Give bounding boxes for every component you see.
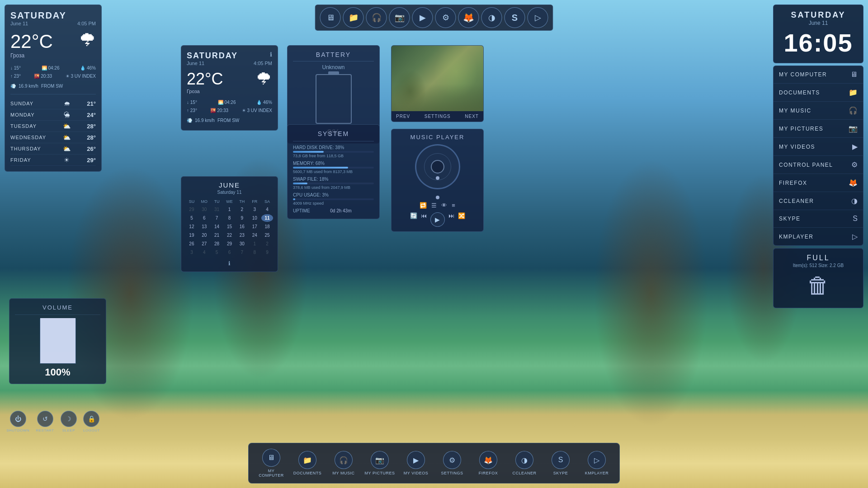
music-next-btn[interactable]: ⏭ <box>448 212 454 227</box>
photo-settings-btn[interactable]: SETTINGS <box>425 114 451 119</box>
music-play-btn[interactable]: ▶ <box>430 212 445 227</box>
music-prev-btn[interactable]: ⏮ <box>421 212 427 227</box>
music-eq-icon[interactable]: ≡ <box>452 202 455 209</box>
calendar-day-cell[interactable]: 4 <box>261 206 273 213</box>
sidebar-item-my-music[interactable]: MY MUSIC 🎧 <box>774 102 863 120</box>
calendar-day-cell[interactable]: 5 <box>211 249 223 256</box>
sidebar-item-skype[interactable]: SKYPE S <box>774 210 863 228</box>
calendar-day-cell[interactable]: 3 <box>249 206 260 213</box>
calendar-day-cell[interactable]: 30 <box>236 240 248 248</box>
calendar-day-cell[interactable]: 14 <box>211 223 223 230</box>
calendar-day-cell[interactable]: 23 <box>236 231 248 239</box>
cw-info-icon[interactable]: ℹ <box>270 51 272 58</box>
calendar-day-cell[interactable]: 5 <box>186 214 198 222</box>
toolbar-videos-btn[interactable]: ▶ <box>412 7 433 28</box>
taskbar-item-ccleaner[interactable]: ◑ CCLEANER <box>509 451 540 475</box>
calendar-day-cell[interactable]: 2 <box>236 206 248 213</box>
calendar-day-cell[interactable]: 15 <box>224 223 236 230</box>
music-shuffle-icon[interactable]: 🔁 <box>420 202 427 209</box>
sleep-button[interactable]: ☽ SLEEP <box>61 411 77 432</box>
memory-bar <box>293 167 348 169</box>
toolbar-settings-btn[interactable]: ⚙ <box>435 7 456 28</box>
calendar-day-cell[interactable]: 8 <box>224 214 236 222</box>
toolbar-music-btn[interactable]: 🎧 <box>366 7 387 28</box>
calendar-day-cell[interactable]: 18 <box>261 223 273 230</box>
sidebar-item-kmplayer[interactable]: KMPLAYER ▷ <box>774 228 863 245</box>
toolbar-skype-btn[interactable]: S <box>505 7 525 28</box>
toolbar-firefox-btn[interactable]: 🦊 <box>458 7 479 28</box>
taskbar-item-music[interactable]: 🎧 MY MUSIC <box>328 451 359 475</box>
restart-button[interactable]: ↺ RESTART <box>36 411 54 432</box>
taskbar-item-videos[interactable]: ▶ MY VIDEOS <box>400 451 432 475</box>
calendar-day-cell[interactable]: 7 <box>236 249 248 256</box>
calendar-day-cell[interactable]: 22 <box>224 231 236 239</box>
taskbar-item-computer[interactable]: 🖥 MY COMPUTER <box>255 449 287 478</box>
taskbar-item-settings[interactable]: ⚙ SETTINGS <box>436 451 468 475</box>
calendar-day-cell[interactable]: 1 <box>249 240 260 248</box>
calendar-day-cell[interactable]: 25 <box>261 231 273 239</box>
toolbar-camera-btn[interactable]: 📷 <box>389 7 410 28</box>
toolbar-computer-btn[interactable]: 🖥 <box>320 7 341 28</box>
calendar-day-cell[interactable]: 9 <box>236 214 248 222</box>
calendar-day-cell[interactable]: 7 <box>211 214 223 222</box>
taskbar-item-skype[interactable]: S SKYPE <box>545 451 576 475</box>
calendar-day-cell[interactable]: 21 <box>211 231 223 239</box>
sidebar-item-my-videos[interactable]: MY VIDEOS ▶ <box>774 138 863 156</box>
taskbar-item-firefox[interactable]: 🦊 FIREFOX <box>472 451 504 475</box>
uptime-row: UPTIME 0d 2h 43m <box>293 208 374 213</box>
sidebar-item-control-panel[interactable]: CONTROL PANEL ⚙ <box>774 156 863 174</box>
calendar-day-cell[interactable]: 9 <box>261 249 273 256</box>
calendar-header-cell: FR <box>249 198 260 205</box>
sidebar-item-ccleaner[interactable]: CCLEANER ◑ <box>774 192 863 210</box>
calendar-day-cell[interactable]: 20 <box>198 231 210 239</box>
calendar-day-cell[interactable]: 19 <box>186 231 198 239</box>
music-repeat-icon[interactable]: 👁 <box>441 202 447 209</box>
sidebar-item-firefox[interactable]: FIREFOX 🦊 <box>774 174 863 192</box>
calendar-info-btn[interactable]: ℹ <box>228 260 231 267</box>
calendar-day-cell[interactable]: 31 <box>211 206 223 213</box>
calendar-day-cell[interactable]: 30 <box>198 206 210 213</box>
calendar-day-cell[interactable]: 1 <box>224 206 236 213</box>
calendar-day-cell[interactable]: 24 <box>249 231 260 239</box>
calendar-day-cell[interactable]: 26 <box>186 240 198 248</box>
calendar-day-cell[interactable]: 10 <box>249 214 260 222</box>
photo-prev-btn[interactable]: PREV <box>396 114 410 119</box>
bottom-taskbar: 🖥 MY COMPUTER 📁 DOCUMENTS 🎧 MY MUSIC 📷 M… <box>248 443 620 483</box>
calendar-day-cell[interactable]: 12 <box>186 223 198 230</box>
calendar-day-cell[interactable]: 11 <box>261 214 273 222</box>
calendar-day-cell[interactable]: 13 <box>198 223 210 230</box>
calendar-day-cell[interactable]: 4 <box>198 249 210 256</box>
cw-day: SATURDAY <box>187 51 238 61</box>
calendar-day-cell[interactable]: 29 <box>224 240 236 248</box>
volume-bar[interactable] <box>40 319 76 364</box>
forecast-item: FRIDAY ☀ 29° <box>10 155 96 166</box>
taskbar-item-documents[interactable]: 📁 DOCUMENTS <box>292 451 323 475</box>
taskbar-item-pictures[interactable]: 📷 MY PICTURES <box>364 451 396 475</box>
toolbar-kmplayer-btn[interactable]: ▷ <box>528 7 548 28</box>
calendar-day-cell[interactable]: 16 <box>236 223 248 230</box>
calendar-day-cell[interactable]: 29 <box>186 206 198 213</box>
calendar-day-cell[interactable]: 2 <box>261 240 273 248</box>
toolbar-documents-btn[interactable]: 📁 <box>343 7 364 28</box>
sidebar-item-my-pictures[interactable]: MY PICTURES 📷 <box>774 120 863 138</box>
sidebar-item-my-computer[interactable]: MY COMPUTER 🖥 <box>774 66 863 84</box>
calendar-day-cell[interactable]: 8 <box>249 249 260 256</box>
calendar-day-cell[interactable]: 28 <box>211 240 223 248</box>
sidebar-item-documents[interactable]: DOCUMENTS 📁 <box>774 84 863 102</box>
music-options-icon[interactable]: ☰ <box>431 202 437 209</box>
logout-button[interactable]: 🔒 LOGOUT <box>83 411 100 432</box>
calendar-day-cell[interactable]: 6 <box>224 249 236 256</box>
shutdown-button[interactable]: ⏻ SHUTDOWN <box>6 411 29 432</box>
calendar-day-cell[interactable]: 17 <box>249 223 260 230</box>
photo-next-btn[interactable]: NEXT <box>465 114 479 119</box>
recycle-bin-subtitle: Item(s): 512 Size: 2.2 GB <box>779 263 858 268</box>
calendar-day-cell[interactable]: 27 <box>198 240 210 248</box>
calendar-day-cell[interactable]: 6 <box>198 214 210 222</box>
toolbar-ccleaner-btn[interactable]: ◑ <box>481 7 502 28</box>
taskbar-item-kmplayer[interactable]: ▷ KMPLAYER <box>581 451 613 475</box>
recycle-bin-icon[interactable]: 🗑 <box>779 272 858 299</box>
music-random-btn[interactable]: 🔀 <box>458 212 465 227</box>
calendar-day-cell[interactable]: 3 <box>186 249 198 256</box>
battery-icon <box>316 74 352 124</box>
music-cycle-btn[interactable]: 🔄 <box>410 212 417 227</box>
